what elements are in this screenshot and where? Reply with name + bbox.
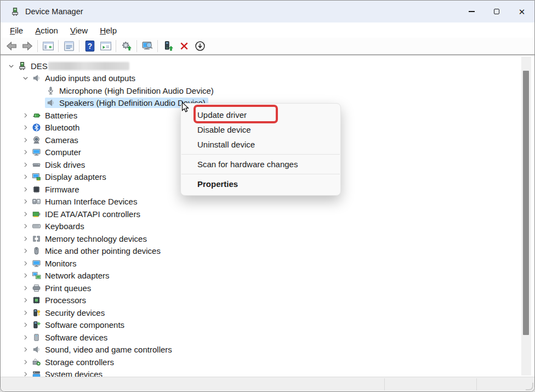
tree-item[interactable]: Keyboards <box>1 220 534 233</box>
action-pane-button[interactable] <box>98 38 113 54</box>
show-hide-console-tree-button[interactable] <box>40 38 56 54</box>
tree-item[interactable]: Human Interface Devices <box>1 196 534 208</box>
chevron-right-icon[interactable] <box>20 368 31 377</box>
close-button[interactable]: ✕ <box>509 1 534 22</box>
tree-item-content: Firmware <box>31 184 82 195</box>
menu-view[interactable]: View <box>64 24 94 37</box>
context-menu-item-scan-for-hardware-changes[interactable]: Scan for hardware changes <box>181 157 340 172</box>
tree-item[interactable]: Microphone (High Definition Audio Device… <box>1 84 534 97</box>
tree-item[interactable]: Sound, video and game controllers <box>1 344 534 356</box>
bluetooth-icon <box>32 123 41 132</box>
tree-item-label: Print queues <box>45 283 91 293</box>
maximize-icon <box>494 9 499 14</box>
chevron-right-icon[interactable] <box>20 109 31 122</box>
chevron-right-icon[interactable] <box>20 196 31 208</box>
chevron-right-icon[interactable] <box>20 134 31 146</box>
tree-item-content: Display adapters <box>31 172 109 182</box>
tree-item-label: Batteries <box>45 111 77 120</box>
mouse-icon <box>32 246 41 255</box>
update-driver-software-button[interactable] <box>118 38 134 54</box>
tree-item[interactable]: IDE ATA/ATAPI controllers <box>1 208 534 220</box>
window-title: Device Manager <box>25 7 83 16</box>
update-device-driver-button[interactable] <box>160 38 176 54</box>
chevron-right-icon[interactable] <box>20 344 31 356</box>
context-menu-item-uninstall-device[interactable]: Uninstall device <box>181 137 340 152</box>
tree-item-content: DES <box>16 61 132 71</box>
scan-for-hardware-changes-button[interactable] <box>139 38 155 54</box>
chevron-right-icon[interactable] <box>20 331 31 344</box>
help-button[interactable]: ? <box>82 38 98 54</box>
tree-item-content: Security devices <box>31 308 107 318</box>
system-icon <box>32 370 41 377</box>
chevron-right-icon[interactable] <box>20 356 31 368</box>
toolbar-separator <box>116 40 116 52</box>
memory-icon <box>32 234 41 243</box>
keyboard-icon <box>32 221 41 231</box>
software-device-icon <box>32 333 41 342</box>
tree-item-label: Computer <box>45 147 81 157</box>
minimize-button[interactable] <box>459 1 484 22</box>
chevron-right-icon[interactable] <box>20 270 31 282</box>
storage-icon <box>32 357 41 367</box>
firmware-icon <box>32 185 41 194</box>
uninstall-device-button[interactable] <box>176 38 192 54</box>
chevron-right-icon[interactable] <box>20 245 31 258</box>
chevron-right-icon[interactable] <box>20 220 31 233</box>
tree-item[interactable]: Storage controllers <box>1 356 534 368</box>
tree-item-content: Software components <box>31 320 127 330</box>
network-icon <box>32 271 41 280</box>
tree-item[interactable]: Audio inputs and outputs <box>1 72 534 85</box>
tree-item-label: Storage controllers <box>45 357 114 367</box>
menu-action[interactable]: Action <box>29 24 64 37</box>
context-menu-item-properties[interactable]: Properties <box>181 177 340 191</box>
chevron-down-icon[interactable] <box>5 60 16 72</box>
tree-item[interactable]: System devices <box>1 368 534 377</box>
toolbar-separator <box>37 40 38 52</box>
tree-item-label: Security devices <box>45 308 105 317</box>
chevron-right-icon[interactable] <box>20 158 31 171</box>
tree-item-content: Disk drives <box>31 160 88 170</box>
disable-device-button[interactable] <box>192 38 208 54</box>
tree-item[interactable]: Mice and other pointing devices <box>1 245 534 258</box>
menu-help[interactable]: Help <box>94 24 123 37</box>
tree-item-label: Firmware <box>45 185 79 194</box>
back-button[interactable] <box>3 38 19 54</box>
tree-item[interactable]: Security devices <box>1 306 534 319</box>
chevron-down-icon[interactable] <box>20 72 31 85</box>
tree-item[interactable]: Network adapters <box>1 270 534 282</box>
chevron-right-icon[interactable] <box>20 146 31 159</box>
tree-item[interactable]: Software devices <box>1 331 534 344</box>
chevron-right-icon[interactable] <box>20 171 31 184</box>
tree-item-label: Display adapters <box>45 172 106 181</box>
chevron-right-icon[interactable] <box>20 122 31 134</box>
tree-item[interactable]: Software components <box>1 319 534 332</box>
scrollbar-thumb[interactable] <box>523 71 529 335</box>
chevron-right-icon[interactable] <box>20 319 31 332</box>
tree-item-content: Bluetooth <box>31 122 82 133</box>
menu-file[interactable]: File <box>4 24 29 37</box>
chevron-right-icon[interactable] <box>20 183 31 196</box>
tree-item[interactable]: Print queues <box>1 282 534 294</box>
tree-item[interactable]: Monitors <box>1 257 534 270</box>
chevron-right-icon[interactable] <box>20 257 31 270</box>
microphone-icon <box>46 86 55 95</box>
maximize-button[interactable] <box>484 1 509 22</box>
chevron-right-icon[interactable] <box>20 306 31 319</box>
context-menu-item-update-driver[interactable]: Update driver <box>181 107 340 122</box>
resize-grip[interactable] <box>526 383 533 390</box>
context-menu-item-disable-device[interactable]: Disable device <box>181 122 340 137</box>
tree-item-label: Software devices <box>45 333 107 342</box>
chevron-right-icon[interactable] <box>20 232 31 245</box>
tree-item-content: Computer <box>31 147 84 157</box>
speaker-icon <box>32 73 41 83</box>
chevron-right-icon[interactable] <box>20 294 31 307</box>
tree-item[interactable]: Memory technology devices <box>1 232 534 245</box>
vertical-scrollbar[interactable] <box>521 56 531 376</box>
chevron-right-icon[interactable] <box>20 282 31 294</box>
tree-item[interactable]: DES <box>1 60 534 72</box>
properties-button[interactable] <box>61 38 77 54</box>
status-bar <box>1 377 534 391</box>
forward-button[interactable] <box>19 38 35 54</box>
tree-item[interactable]: Processors <box>1 294 534 307</box>
chevron-right-icon[interactable] <box>20 208 31 220</box>
